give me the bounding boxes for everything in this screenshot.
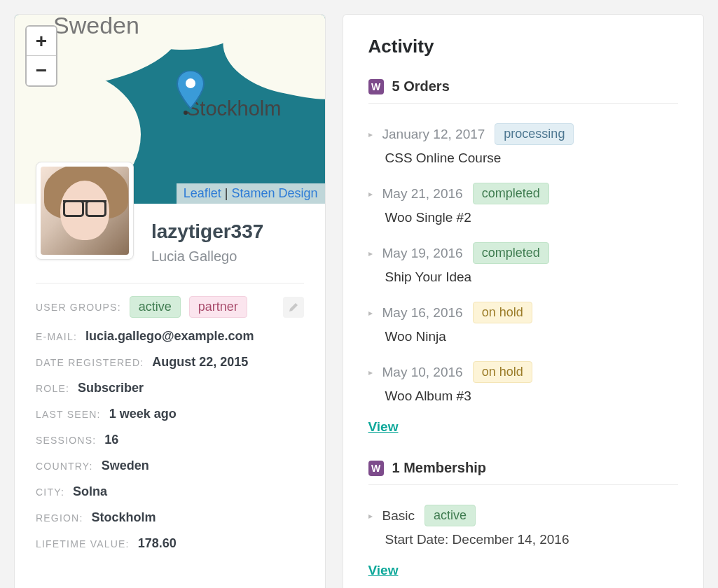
order-status-badge: processing (495, 123, 574, 145)
order-title: Woo Album #3 (385, 388, 679, 404)
membership-item[interactable]: ▸BasicactiveStart Date: December 14, 201… (368, 498, 679, 557)
country-value: Sweden (102, 458, 149, 473)
membership-status-badge: active (424, 505, 476, 526)
order-date: May 21, 2016 (382, 186, 463, 202)
map-zoom-controls: + − (25, 25, 57, 87)
profile-card: Sweden Stockholm + − Leaflet | Stamen De… (14, 14, 326, 588)
region-value: Stockholm (92, 510, 156, 525)
order-title: Ship Your Idea (385, 270, 679, 285)
zoom-out-button[interactable]: − (27, 56, 56, 85)
membership-name: Basic (382, 508, 415, 524)
order-title: CSS Online Course (385, 150, 679, 166)
map-country-label: Sweden (53, 15, 139, 39)
order-status-badge: completed (473, 183, 549, 204)
caret-right-icon: ▸ (368, 368, 373, 377)
svg-point-0 (186, 78, 195, 88)
username: lazytiger337 (151, 220, 304, 243)
map-pin-icon (176, 71, 205, 113)
order-item[interactable]: ▸May 21, 2016completedWoo Single #2 (368, 176, 679, 235)
activity-card: Activity W 5 Orders ▸January 12, 2017pro… (343, 14, 705, 588)
pencil-icon (289, 302, 298, 312)
avatar (36, 162, 134, 260)
last-seen-value: 1 week ago (109, 407, 177, 421)
stamen-link[interactable]: Stamen Design (231, 186, 317, 200)
caret-right-icon: ▸ (368, 248, 373, 258)
city-value: Solna (73, 484, 107, 499)
view-memberships-link[interactable]: View (368, 563, 399, 578)
user-groups-row: USER GROUPS: active partner (36, 296, 304, 318)
map-attribution: Leaflet | Stamen Design (177, 183, 325, 204)
order-status-badge: on hold (473, 302, 532, 323)
memberships-heading: 1 Membership (392, 460, 486, 476)
order-item[interactable]: ▸May 10, 2016on holdWoo Album #3 (368, 354, 679, 414)
email-value: lucia.gallego@example.com (85, 329, 254, 344)
order-item[interactable]: ▸January 12, 2017processingCSS Online Co… (368, 116, 679, 176)
memberships-list: ▸BasicactiveStart Date: December 14, 201… (368, 498, 679, 557)
tag-active[interactable]: active (130, 296, 181, 318)
order-date: January 12, 2017 (382, 127, 485, 142)
orders-list: ▸January 12, 2017processingCSS Online Co… (368, 116, 679, 414)
tag-partner[interactable]: partner (189, 296, 247, 318)
membership-start: Start Date: December 14, 2016 (385, 532, 679, 547)
orders-heading: 5 Orders (392, 78, 450, 94)
role-value: Subscriber (78, 381, 144, 396)
order-date: May 19, 2016 (382, 246, 463, 261)
order-title: Woo Ninja (385, 329, 679, 344)
caret-right-icon: ▸ (368, 189, 373, 199)
date-registered-value: August 22, 2015 (152, 355, 248, 370)
order-item[interactable]: ▸May 16, 2016on holdWoo Ninja (368, 295, 679, 354)
memberships-section-head: W 1 Membership (368, 460, 679, 485)
order-date: May 10, 2016 (382, 365, 463, 380)
caret-right-icon: ▸ (368, 130, 373, 139)
order-status-badge: completed (473, 242, 549, 264)
activity-heading: Activity (368, 36, 679, 57)
order-date: May 16, 2016 (382, 305, 463, 321)
user-groups-label: USER GROUPS: (36, 302, 121, 313)
zoom-in-button[interactable]: + (27, 27, 56, 56)
order-title: Woo Single #2 (385, 210, 679, 225)
woo-icon: W (368, 461, 384, 476)
woo-icon: W (368, 79, 384, 94)
order-status-badge: on hold (473, 361, 532, 383)
edit-groups-button[interactable] (283, 297, 304, 318)
fullname: Lucia Gallego (151, 248, 304, 265)
caret-right-icon: ▸ (368, 511, 373, 521)
orders-section-head: W 5 Orders (368, 78, 679, 104)
lifetime-value: 178.60 (138, 536, 177, 551)
leaflet-link[interactable]: Leaflet (184, 186, 221, 200)
view-orders-link[interactable]: View (368, 419, 399, 435)
order-item[interactable]: ▸May 19, 2016completedShip Your Idea (368, 235, 679, 295)
caret-right-icon: ▸ (368, 308, 373, 318)
sessions-value: 16 (104, 433, 118, 447)
